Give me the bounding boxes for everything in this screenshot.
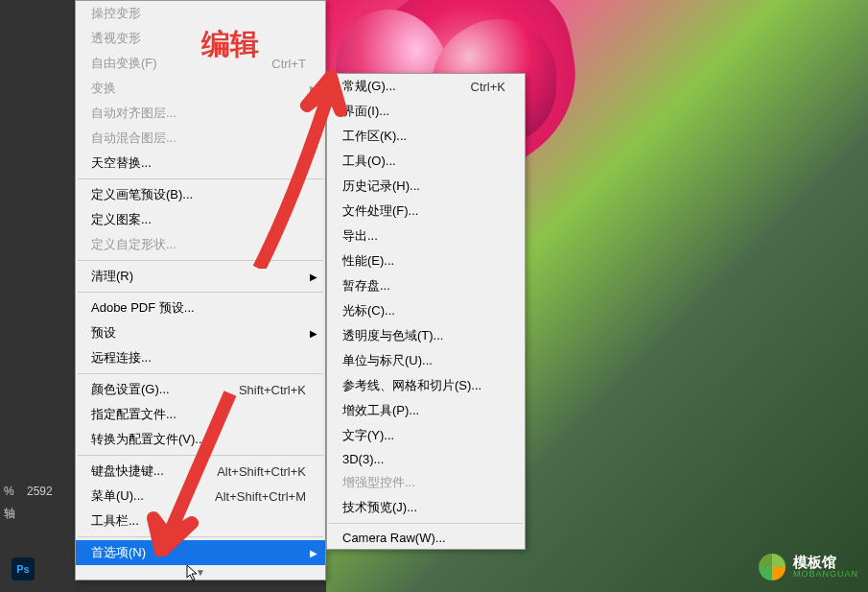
menu-item-label: 自动对齐图层... xyxy=(91,105,176,122)
chevron-right-icon: ▶ xyxy=(310,548,317,558)
edit-menu-item: 自动混合图层... xyxy=(76,126,325,151)
menu-separator xyxy=(78,178,323,179)
edit-menu-item: 变换▶ xyxy=(76,76,325,101)
edit-menu-item[interactable]: 定义画笔预设(B)... xyxy=(76,182,325,207)
menu-separator xyxy=(78,536,323,537)
edit-menu-item: 自由变换(F)Ctrl+T xyxy=(76,51,325,76)
watermark: 模板馆 MOBANGUAN xyxy=(757,552,858,582)
menu-item-label: 工具栏... xyxy=(91,512,139,530)
menu-item-label: 天空替换... xyxy=(91,154,152,172)
edit-menu-item[interactable]: 定义图案... xyxy=(76,207,325,232)
menu-item-label: 透视变形 xyxy=(91,30,141,47)
edit-menu-item[interactable]: 颜色设置(G)...Shift+Ctrl+K xyxy=(76,377,325,402)
menu-item-label: 性能(E)... xyxy=(342,252,394,270)
menu-item-label: 增效工具(P)... xyxy=(342,402,419,419)
menu-item-shortcut: Shift+Ctrl+K xyxy=(239,383,306,397)
preferences-item[interactable]: 光标(C)... xyxy=(327,298,525,323)
menu-item-label: 历史记录(H)... xyxy=(342,178,420,195)
edit-menu-item[interactable]: 菜单(U)...Alt+Shift+Ctrl+M xyxy=(76,484,325,509)
menu-item-label: 转换为配置文件(V)... xyxy=(91,431,205,448)
menu-item-label: 文字(Y)... xyxy=(342,427,394,444)
menu-item-label: 变换 xyxy=(91,80,116,97)
preferences-item[interactable]: 工作区(K)... xyxy=(327,124,525,149)
preferences-item[interactable]: 技术预览(J)... xyxy=(327,495,525,520)
edit-menu-item[interactable]: 工具栏... xyxy=(76,509,325,533)
edit-menu-item[interactable]: 首选项(N)▶ xyxy=(76,540,325,565)
menu-separator xyxy=(78,260,323,261)
edit-menu-item: 透视变形 xyxy=(76,26,325,51)
menu-separator xyxy=(78,292,323,293)
menu-item-label: 光标(C)... xyxy=(342,302,395,320)
menu-item-label: 自动混合图层... xyxy=(91,130,176,147)
menu-item-label: Camera Raw(W)... xyxy=(342,531,446,545)
menu-separator xyxy=(78,373,323,374)
edit-menu-item[interactable]: 键盘快捷键...Alt+Shift+Ctrl+K xyxy=(76,459,325,484)
preferences-item[interactable]: 单位与标尺(U)... xyxy=(327,348,525,373)
zoom-percent: % xyxy=(4,485,15,498)
menu-item-shortcut: Ctrl+T xyxy=(271,57,306,71)
menu-item-label: 自由变换(F) xyxy=(91,55,157,72)
menu-item-label: 预设 xyxy=(91,324,116,342)
edit-menu-item[interactable]: 指定配置文件... xyxy=(76,402,325,427)
menu-item-label: 指定配置文件... xyxy=(91,406,176,423)
preferences-item[interactable]: 透明度与色域(T)... xyxy=(327,323,525,348)
menu-item-shortcut: Alt+Shift+Ctrl+K xyxy=(217,464,306,479)
menu-item-label: 菜单(U)... xyxy=(91,487,144,505)
menu-item-label: 定义图案... xyxy=(91,211,152,228)
menu-item-label: 参考线、网格和切片(S)... xyxy=(342,377,481,394)
menu-item-label: 工具(O)... xyxy=(342,153,396,170)
chevron-right-icon: ▶ xyxy=(310,272,317,282)
menu-item-label: 文件处理(F)... xyxy=(342,202,418,220)
preferences-item[interactable]: 文字(Y)... xyxy=(327,423,525,448)
preferences-item[interactable]: 导出... xyxy=(327,224,525,249)
menu-item-label: 技术预览(J)... xyxy=(342,499,417,516)
edit-menu[interactable]: 操控变形透视变形自由变换(F)Ctrl+T变换▶自动对齐图层...自动混合图层.… xyxy=(75,0,326,580)
menu-item-label: 工作区(K)... xyxy=(342,128,407,145)
preferences-item[interactable]: 增效工具(P)... xyxy=(327,398,525,423)
menu-item-label: 透明度与色域(T)... xyxy=(342,327,443,344)
preferences-item[interactable]: 性能(E)... xyxy=(327,249,525,273)
edit-menu-item: 操控变形 xyxy=(76,1,325,26)
edit-menu-item[interactable]: 转换为配置文件(V)... xyxy=(76,427,325,452)
preferences-item: 增强型控件... xyxy=(327,470,525,495)
edit-menu-item[interactable]: 远程连接... xyxy=(76,345,325,370)
chevron-down-icon[interactable]: ▼ xyxy=(76,565,325,580)
preferences-submenu[interactable]: 常规(G)...Ctrl+K界面(I)...工作区(K)...工具(O)...历… xyxy=(326,73,526,550)
menu-item-label: 定义自定形状... xyxy=(91,236,176,253)
preferences-item[interactable]: 暂存盘... xyxy=(327,273,525,298)
menu-item-label: 清理(R) xyxy=(91,268,133,285)
watermark-logo-icon xyxy=(757,552,787,582)
preferences-item[interactable]: 工具(O)... xyxy=(327,149,525,174)
chevron-right-icon: ▶ xyxy=(310,328,317,339)
watermark-text-cn: 模板馆 xyxy=(793,555,858,571)
preferences-item[interactable]: 历史记录(H)... xyxy=(327,174,525,199)
menu-separator xyxy=(78,455,323,456)
preferences-item[interactable]: 界面(I)... xyxy=(327,99,525,124)
photoshop-icon[interactable]: Ps xyxy=(12,557,35,580)
edit-menu-item[interactable]: Adobe PDF 预设... xyxy=(76,296,325,320)
annotation-label: 编辑 xyxy=(201,25,259,64)
menu-item-shortcut: Ctrl+K xyxy=(471,80,505,94)
status-bar: % 轴 xyxy=(0,485,15,522)
edit-menu-item[interactable]: 天空替换... xyxy=(76,151,325,176)
menu-item-label: 单位与标尺(U)... xyxy=(342,352,433,369)
menu-separator xyxy=(329,523,523,524)
menu-item-label: Adobe PDF 预设... xyxy=(91,299,195,317)
edit-menu-item[interactable]: 预设▶ xyxy=(76,320,325,345)
edit-menu-item: 定义自定形状... xyxy=(76,232,325,257)
preferences-item[interactable]: 常规(G)...Ctrl+K xyxy=(327,74,525,99)
preferences-item[interactable]: 参考线、网格和切片(S)... xyxy=(327,373,525,398)
preferences-item[interactable]: 3D(3)... xyxy=(327,448,525,470)
chevron-right-icon: ▶ xyxy=(310,83,317,94)
menu-item-label: 暂存盘... xyxy=(342,277,390,295)
menu-item-label: 增强型控件... xyxy=(342,474,415,491)
watermark-text-en: MOBANGUAN xyxy=(793,570,858,580)
image-width: 2592 xyxy=(27,485,53,498)
menu-item-label: 导出... xyxy=(342,227,378,245)
menu-item-label: 常规(G)... xyxy=(342,78,396,95)
edit-menu-item[interactable]: 清理(R)▶ xyxy=(76,264,325,289)
preferences-item[interactable]: 文件处理(F)... xyxy=(327,199,525,224)
menu-item-label: 操控变形 xyxy=(91,5,141,22)
preferences-item[interactable]: Camera Raw(W)... xyxy=(327,527,525,549)
menu-item-label: 3D(3)... xyxy=(342,452,384,466)
